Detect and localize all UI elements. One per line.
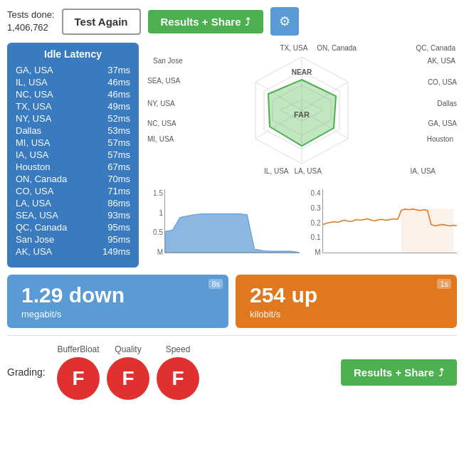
radar-label-mi: MI, USA bbox=[147, 135, 174, 143]
upload-chart-container: 0.4 0.3 0.2 0.1 M bbox=[304, 189, 458, 268]
latency-row: San Jose95ms bbox=[16, 233, 130, 245]
latency-value: 49ms bbox=[107, 101, 130, 112]
svg-rect-11 bbox=[401, 209, 453, 253]
download-chart-container: 1.5 1 0.5 M bbox=[146, 189, 300, 268]
share-icon-top: ⤴ bbox=[245, 16, 251, 28]
download-duration: 8s bbox=[209, 279, 223, 289]
latency-row: GA, USA37ms bbox=[16, 64, 130, 76]
latency-value: 53ms bbox=[107, 125, 130, 136]
y-label-0.3: 0.3 bbox=[304, 204, 321, 212]
idle-latency-panel: Idle Latency GA, USA37msIL, USA46msNC, U… bbox=[7, 43, 139, 268]
latency-row: QC, Canada95ms bbox=[16, 221, 130, 233]
latency-location: LA, USA bbox=[16, 198, 51, 208]
speed-boxes: 8s 1.29 down megabit/s 1s 254 up kilobit… bbox=[7, 275, 457, 328]
upload-unit: kilobit/s bbox=[250, 309, 443, 319]
y-label-1: 1 bbox=[146, 209, 163, 217]
latency-value: 46ms bbox=[107, 77, 130, 88]
upload-chart bbox=[322, 189, 458, 253]
bufferbloat-label: BufferBloat bbox=[57, 344, 99, 354]
latency-location: Houston bbox=[16, 162, 50, 172]
grade-speed: Speed F bbox=[157, 344, 199, 400]
radar-label-co: CO, USA bbox=[428, 78, 457, 86]
radar-label-ia: IA, USA bbox=[410, 167, 436, 175]
latency-row: NY, USA52ms bbox=[16, 112, 130, 125]
y-label-0.2: 0.2 bbox=[304, 219, 321, 227]
latency-value: 93ms bbox=[107, 210, 130, 221]
latency-value: 95ms bbox=[107, 222, 130, 233]
radar-label-nc: NC, USA bbox=[147, 120, 176, 127]
latency-location: SEA, USA bbox=[16, 210, 58, 221]
radar-label-qc: QC, Canada bbox=[416, 44, 455, 52]
latency-value: 46ms bbox=[107, 89, 130, 100]
svg-text:NEAR: NEAR bbox=[291, 68, 312, 76]
svg-marker-10 bbox=[165, 214, 300, 253]
latency-location: NY, USA bbox=[16, 113, 51, 124]
right-panel: NEAR FAR TX, USA ON, Canada QC, Canada A… bbox=[146, 43, 457, 268]
svg-text:FAR: FAR bbox=[294, 110, 310, 119]
upload-value: 254 up bbox=[250, 283, 443, 307]
quality-grade: F bbox=[107, 357, 149, 400]
y-label-1.5: 1.5 bbox=[146, 189, 163, 197]
latency-row: SEA, USA93ms bbox=[16, 209, 130, 221]
test-again-button[interactable]: Test Again bbox=[62, 9, 141, 35]
radar-label-sanjose: San Jose bbox=[153, 57, 183, 65]
latency-value: 95ms bbox=[107, 234, 130, 245]
latency-row: IA, USA57ms bbox=[16, 149, 130, 161]
tests-done-label: Tests done: bbox=[7, 9, 55, 21]
y-label-0.5: 0.5 bbox=[146, 228, 163, 236]
y-label-m2: M bbox=[304, 248, 321, 256]
latency-location: AK, USA bbox=[16, 246, 52, 257]
grading-row: Grading: BufferBloat F Quality F Speed F… bbox=[7, 335, 457, 400]
results-share-button-bottom[interactable]: Results + Share ⤴ bbox=[341, 359, 457, 386]
download-unit: megabit/s bbox=[21, 309, 214, 319]
y-label-m: M bbox=[146, 248, 163, 256]
latency-row: Houston67ms bbox=[16, 161, 130, 173]
latency-row: NC, USA46ms bbox=[16, 88, 130, 100]
latency-row: Dallas53ms bbox=[16, 125, 130, 137]
latency-value: 149ms bbox=[102, 246, 130, 257]
download-value: 1.29 down bbox=[21, 283, 214, 307]
latency-location: GA, USA bbox=[16, 65, 53, 75]
latency-row: IL, USA46ms bbox=[16, 76, 130, 88]
bufferbloat-grade: F bbox=[57, 357, 100, 400]
latency-location: CO, USA bbox=[16, 186, 53, 196]
upload-speed-box: 1s 254 up kilobit/s bbox=[236, 275, 457, 328]
latency-value: 52ms bbox=[107, 113, 130, 124]
radar-label-sea: SEA, USA bbox=[147, 77, 180, 85]
results-share-button-top[interactable]: Results + Share ⤴ bbox=[148, 10, 264, 33]
grade-bufferbloat: BufferBloat F bbox=[57, 344, 100, 400]
tests-done-info: Tests done: 1,406,762 bbox=[7, 9, 55, 34]
radar-label-ga: GA, USA bbox=[428, 120, 457, 127]
main-row: Idle Latency GA, USA37msIL, USA46msNC, U… bbox=[7, 43, 457, 268]
grading-label: Grading: bbox=[7, 366, 50, 378]
latency-location: Dallas bbox=[16, 125, 41, 136]
download-svg bbox=[165, 189, 300, 253]
latency-location: NC, USA bbox=[16, 89, 53, 100]
share-icon-bottom: ⤴ bbox=[438, 366, 444, 379]
settings-icon: ⚙ bbox=[279, 14, 290, 29]
latency-location: TX, USA bbox=[16, 101, 52, 112]
latency-row: ON, Canada70ms bbox=[16, 173, 130, 185]
latency-value: 86ms bbox=[107, 198, 130, 208]
settings-button[interactable]: ⚙ bbox=[270, 7, 299, 36]
upload-svg bbox=[323, 189, 458, 253]
latency-location: QC, Canada bbox=[16, 222, 67, 233]
grade-quality: Quality F bbox=[107, 344, 149, 400]
tests-done-value: 1,406,762 bbox=[7, 21, 55, 34]
radar-container: NEAR FAR TX, USA ON, Canada QC, Canada A… bbox=[146, 43, 457, 185]
latency-value: 57ms bbox=[107, 149, 130, 160]
down-y-axis: 1.5 1 0.5 M bbox=[146, 189, 163, 256]
up-y-axis: 0.4 0.3 0.2 0.1 M bbox=[304, 189, 321, 256]
latency-location: IL, USA bbox=[16, 77, 48, 88]
y-label-0.4: 0.4 bbox=[304, 189, 321, 197]
latency-row: TX, USA49ms bbox=[16, 100, 130, 112]
charts-row: 1.5 1 0.5 M bbox=[146, 189, 457, 268]
latency-value: 71ms bbox=[107, 186, 130, 196]
download-chart bbox=[164, 189, 300, 253]
latency-rows: GA, USA37msIL, USA46msNC, USA46msTX, USA… bbox=[16, 64, 130, 258]
latency-value: 67ms bbox=[107, 162, 130, 172]
speed-label: Speed bbox=[166, 344, 191, 354]
radar-label-dallas: Dallas bbox=[437, 100, 457, 107]
latency-row: MI, USA57ms bbox=[16, 137, 130, 149]
radar-chart: NEAR FAR bbox=[223, 43, 380, 185]
